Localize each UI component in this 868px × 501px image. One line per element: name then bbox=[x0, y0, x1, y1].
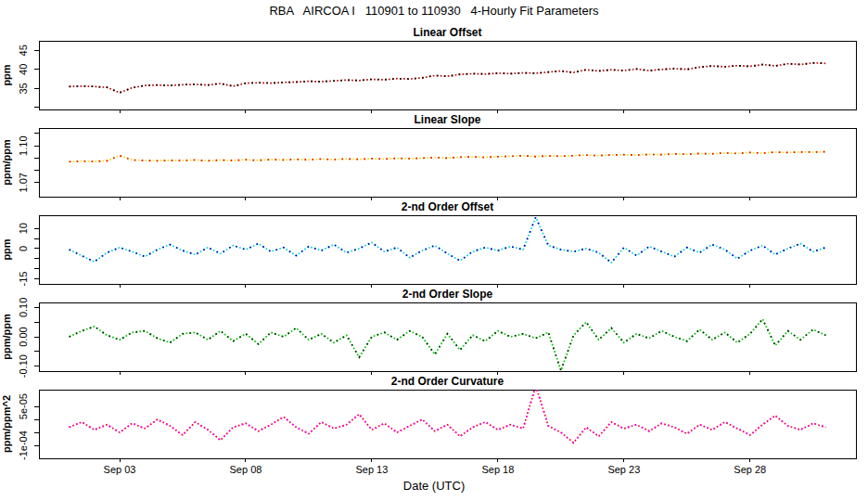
x-tick-label: Sep 13 bbox=[355, 464, 388, 475]
y-axis-label: ppm/ppm^2 bbox=[1, 395, 12, 453]
x-axis-title: Date (UTC) bbox=[0, 479, 868, 493]
panel-2-nd-order-slope: 2-nd Order Slope-0.100.000.10ppm/ppm bbox=[1, 288, 856, 378]
panel-linear-slope: Linear Slope1.071.10ppm/ppm bbox=[1, 113, 856, 200]
panel-title: 2-nd Order Curvature bbox=[391, 375, 504, 388]
series-line-speckle bbox=[70, 319, 826, 370]
y-axis-label: ppm bbox=[1, 238, 12, 260]
y-axis-label: ppm/ppm bbox=[1, 139, 12, 186]
y-tick-label: -1e-04 bbox=[18, 430, 29, 460]
y-tick-label: 40 bbox=[18, 64, 29, 75]
y-tick-label: -15 bbox=[18, 272, 29, 287]
series-group bbox=[70, 152, 826, 162]
y-tick-label: -0.10 bbox=[18, 354, 29, 378]
x-tick-label: Sep 23 bbox=[607, 464, 640, 475]
series-line-speckle bbox=[70, 217, 826, 263]
y-tick-label: 5e-05 bbox=[18, 393, 29, 419]
y-tick-label: 45 bbox=[18, 45, 29, 56]
series-line-main bbox=[70, 217, 826, 263]
series-line-main bbox=[70, 386, 826, 443]
y-tick-label: 0 bbox=[18, 246, 29, 251]
x-tick-label: Sep 03 bbox=[104, 464, 136, 475]
panel-box bbox=[39, 128, 856, 197]
x-tick-label: Sep 08 bbox=[230, 464, 262, 475]
panel-title: 2-nd Order Slope bbox=[402, 288, 493, 301]
panel-2-nd-order-offset: 2-nd Order Offset-15010ppm bbox=[1, 200, 856, 288]
panel-2-nd-order-curvature: 2-nd Order Curvature-1e-045e-05ppm/ppm^2 bbox=[1, 375, 856, 462]
panel-box bbox=[39, 302, 856, 371]
x-tick-label: Sep 18 bbox=[481, 464, 514, 475]
panel-title: Linear Offset bbox=[413, 26, 481, 39]
y-tick-label: 1.10 bbox=[18, 135, 29, 155]
y-tick-label: 35 bbox=[18, 83, 29, 94]
panel-title: Linear Slope bbox=[414, 113, 480, 126]
series-group bbox=[70, 63, 826, 93]
y-axis-label: ppm/ppm bbox=[1, 314, 12, 360]
series-line-speckle bbox=[70, 63, 826, 93]
series-group bbox=[70, 217, 826, 263]
series-group bbox=[70, 386, 826, 443]
panel-box bbox=[39, 215, 856, 284]
y-axis-label: ppm bbox=[1, 64, 12, 85]
panel-title: 2-nd Order Offset bbox=[402, 200, 493, 213]
fit-parameters-page: RBA AIRCOA I 110901 to 110930 4-Hourly F… bbox=[0, 0, 868, 501]
y-tick-label: 0.10 bbox=[18, 298, 29, 317]
y-tick-label: 10 bbox=[18, 223, 29, 234]
x-tick-label: Sep 28 bbox=[734, 464, 766, 475]
y-tick-label: 1.07 bbox=[18, 173, 29, 192]
series-group bbox=[70, 319, 826, 370]
series-line-main bbox=[70, 319, 826, 370]
y-tick-label: 0.00 bbox=[18, 327, 29, 346]
panel-linear-offset: Linear Offset354045ppm bbox=[1, 26, 856, 113]
series-line-main bbox=[70, 63, 826, 93]
panel-box bbox=[39, 41, 856, 109]
fit-parameters-chart: Linear Offset354045ppmLinear Slope1.071.… bbox=[0, 0, 868, 501]
